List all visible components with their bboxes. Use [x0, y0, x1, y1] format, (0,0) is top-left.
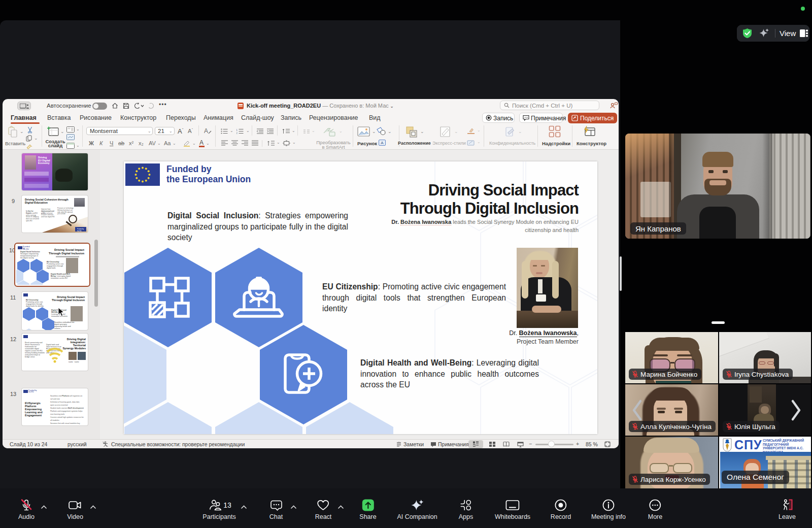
svg-text:А: А	[204, 127, 208, 135]
svg-text:13: 13	[223, 501, 231, 509]
svg-text:1: 1	[236, 128, 238, 131]
svg-text:2: 2	[236, 131, 238, 134]
